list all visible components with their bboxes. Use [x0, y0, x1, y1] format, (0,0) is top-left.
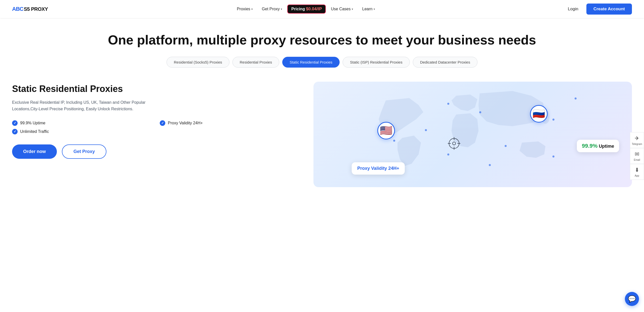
tab-residential[interactable]: Residential Proxies	[232, 57, 279, 68]
feature-uptime-label: 99.9% Uptime	[20, 121, 46, 125]
sidebar-app-label: App	[635, 174, 639, 177]
product-tabs: Residential (Socks5) Proxies Residential…	[12, 57, 632, 68]
order-now-button[interactable]: Order now	[12, 144, 57, 159]
uptime-label: Uptime	[599, 144, 614, 149]
logo-area[interactable]: ABC S5 PROXY	[12, 6, 48, 12]
sidebar-email-label: Email	[634, 159, 640, 161]
feature-validity-label: Proxy Validity 24H+	[168, 121, 203, 125]
tab-datacenter[interactable]: Dedicated Datacenter Proxies	[413, 57, 477, 68]
check-icon	[12, 120, 18, 126]
map-container: 🇺🇸 🇷🇺 Proxy Validity 24H+	[313, 82, 632, 187]
nav-learn[interactable]: Learn ▾	[358, 5, 379, 13]
pricing-price: $0.04/IP	[306, 7, 322, 12]
telegram-icon: ✈	[635, 135, 639, 142]
feature-uptime: 99.9% Uptime	[12, 120, 154, 126]
tab-socks5[interactable]: Residential (Socks5) Proxies	[167, 57, 229, 68]
map-visualization: 🇺🇸 🇷🇺 Proxy Validity 24H+	[313, 82, 632, 187]
feature-traffic: Unlimited Traffic	[12, 129, 154, 134]
nav-get-proxy[interactable]: Get Proxy ▾	[258, 5, 286, 13]
pricing-label: Pricing	[291, 7, 305, 11]
sidebar-social: ✈ Telegram ✉ Email ⬇ App	[630, 132, 644, 180]
section-description: Exclusive Real Residential IP, Including…	[12, 99, 158, 112]
header-right: Login Create Account	[564, 4, 632, 15]
tab-isp[interactable]: Static (ISP) Residential Proxies	[343, 57, 410, 68]
nav-proxies[interactable]: Proxies ▾	[233, 5, 257, 13]
content-section: Static Residential Proxies Exclusive Rea…	[12, 82, 632, 202]
map-dot	[489, 164, 491, 166]
action-buttons: Order now Get Proxy	[12, 144, 301, 159]
check-icon	[160, 120, 165, 126]
sidebar-app[interactable]: ⬇ App	[630, 164, 644, 180]
uptime-card: 99.9% Uptime	[577, 140, 619, 152]
feature-validity: Proxy Validity 24H+	[160, 120, 301, 126]
proxy-validity-card: Proxy Validity 24H+	[352, 162, 405, 175]
flag-ru-pin: 🇷🇺	[530, 105, 548, 123]
get-proxy-button[interactable]: Get Proxy	[62, 144, 106, 159]
map-dot	[552, 155, 554, 158]
tab-static-residential[interactable]: Static Residential Proxies	[282, 57, 340, 68]
proxy-validity-highlight: 24H+	[388, 166, 399, 171]
chevron-down-icon: ▾	[352, 8, 353, 11]
sidebar-email[interactable]: ✉ Email	[630, 148, 644, 164]
login-button[interactable]: Login	[564, 5, 582, 14]
map-dot	[552, 119, 554, 121]
nav-use-cases[interactable]: Use Cases ▾	[327, 5, 357, 13]
flag-us-pin: 🇺🇸	[377, 122, 395, 139]
target-icon	[447, 137, 461, 150]
main-content: One platform, multiple proxy resources t…	[0, 18, 644, 202]
svg-point-2	[453, 142, 456, 145]
chevron-down-icon: ▾	[251, 8, 253, 11]
logo-s5proxy-text: S5 PROXY	[24, 6, 48, 12]
pricing-nav[interactable]: Pricing $0.04/IP	[287, 5, 326, 14]
chevron-down-icon: ▾	[374, 8, 375, 11]
proxy-validity-text: Proxy Validity	[357, 166, 387, 171]
features-list: 99.9% Uptime Proxy Validity 24H+ Unlimit…	[12, 120, 301, 134]
download-icon: ⬇	[635, 167, 639, 173]
hero-title: One platform, multiple proxy resources t…	[12, 18, 632, 57]
chevron-down-icon: ▾	[281, 8, 282, 11]
map-dot	[447, 153, 449, 155]
main-nav: Proxies ▾ Get Proxy ▾ Pricing $0.04/IP U…	[233, 5, 379, 14]
uptime-value: 99.9%	[582, 143, 597, 149]
map-dot	[479, 111, 481, 113]
check-icon	[12, 129, 18, 134]
create-account-button[interactable]: Create Account	[586, 4, 632, 15]
feature-traffic-label: Unlimited Traffic	[20, 129, 49, 134]
logo[interactable]: ABC S5 PROXY	[12, 6, 48, 12]
logo-abc-text: ABC	[12, 6, 23, 12]
sidebar-telegram-label: Telegram	[632, 143, 642, 145]
sidebar-telegram[interactable]: ✈ Telegram	[630, 132, 644, 148]
header: ABC S5 PROXY Proxies ▾ Get Proxy ▾ Prici…	[0, 0, 644, 18]
content-left: Static Residential Proxies Exclusive Rea…	[12, 82, 301, 159]
section-title: Static Residential Proxies	[12, 84, 301, 94]
email-icon: ✉	[635, 151, 639, 158]
